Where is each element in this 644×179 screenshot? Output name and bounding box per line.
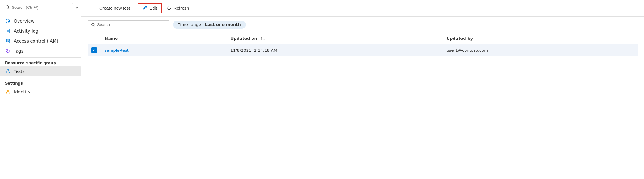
svg-rect-3: [6, 29, 10, 33]
row-name-link[interactable]: sample-test: [105, 48, 129, 53]
identity-icon: [5, 89, 11, 95]
row-name-cell: sample-test: [101, 44, 227, 56]
collapse-button[interactable]: «: [75, 4, 79, 10]
time-range-badge[interactable]: Time range : Last one month: [173, 21, 246, 29]
table-row: sample-test 11/8/2021, 2:14:18 AM user1@…: [88, 44, 638, 56]
toolbar-divider: [136, 4, 136, 12]
refresh-icon: [167, 6, 172, 11]
sidebar-item-label: Overview: [14, 18, 34, 24]
search-input-wrap[interactable]: [88, 20, 169, 29]
toolbar: Create new test Edit Refresh: [81, 0, 644, 17]
tests-icon: [5, 69, 11, 74]
svg-point-8: [7, 50, 8, 51]
sidebar-item-overview[interactable]: Overview: [0, 16, 81, 26]
search-input[interactable]: [97, 22, 166, 27]
table-body: sample-test 11/8/2021, 2:14:18 AM user1@…: [88, 44, 638, 56]
col-header-updated-by: Updated by: [443, 33, 638, 44]
sidebar-nav: Overview Activity log: [0, 13, 81, 179]
svg-line-15: [94, 25, 95, 26]
sidebar-search-input[interactable]: [12, 5, 70, 10]
svg-point-7: [8, 39, 10, 41]
sort-icon: ↑↓: [260, 37, 265, 41]
table-area: Name Updated on ↑↓ Updated by: [81, 33, 644, 179]
checkbox-checked[interactable]: [91, 47, 97, 53]
sidebar-item-label: Activity log: [14, 29, 38, 34]
refresh-button[interactable]: Refresh: [162, 3, 194, 13]
sidebar-item-label: Access control (IAM): [14, 39, 58, 44]
main-content: Create new test Edit Refresh: [81, 0, 644, 179]
search-icon: [5, 5, 10, 10]
sidebar-search-box[interactable]: [3, 3, 73, 11]
sidebar-item-label: Tests: [14, 69, 25, 74]
edit-icon: [143, 6, 148, 11]
tags-icon: [5, 48, 11, 54]
sidebar-search-row: «: [0, 1, 81, 13]
sidebar-item-tags[interactable]: Tags: [0, 46, 81, 56]
col-header-checkbox: [88, 33, 101, 44]
create-new-test-button[interactable]: Create new test: [88, 3, 135, 13]
svg-point-6: [7, 39, 8, 41]
row-updated-by-cell: user1@contoso.com: [443, 44, 638, 56]
sidebar-item-tests[interactable]: Tests: [0, 66, 81, 76]
svg-line-1: [8, 8, 10, 9]
section-label-settings: Settings: [0, 78, 81, 87]
access-icon: [5, 38, 11, 44]
table-header: Name Updated on ↑↓ Updated by: [88, 33, 638, 44]
edit-button[interactable]: Edit: [138, 3, 162, 13]
row-updated-on-cell: 11/8/2021, 2:14:18 AM: [227, 44, 443, 56]
sidebar-item-label: Tags: [14, 49, 23, 54]
overview-icon: [5, 18, 11, 24]
activity-icon: [5, 28, 11, 34]
section-label-resource: Resource-specific group: [0, 57, 81, 66]
sidebar-item-label: Identity: [14, 89, 31, 94]
filter-bar: Time range : Last one month: [81, 17, 644, 33]
col-header-name: Name: [101, 33, 227, 44]
data-table: Name Updated on ↑↓ Updated by: [88, 33, 638, 56]
time-range-prefix: Time range :: [178, 22, 205, 27]
sidebar-item-access-control[interactable]: Access control (IAM): [0, 36, 81, 46]
search-icon: [91, 23, 95, 27]
plus-icon: [92, 6, 97, 11]
time-range-value: Last one month: [205, 22, 241, 27]
col-header-updated-on[interactable]: Updated on ↑↓: [227, 33, 443, 44]
sidebar-item-activity-log[interactable]: Activity log: [0, 26, 81, 36]
row-checkbox-cell[interactable]: [88, 44, 101, 56]
sidebar: « Overview Activity log: [0, 0, 81, 179]
sidebar-item-identity[interactable]: Identity: [0, 87, 81, 97]
svg-point-10: [7, 90, 9, 92]
